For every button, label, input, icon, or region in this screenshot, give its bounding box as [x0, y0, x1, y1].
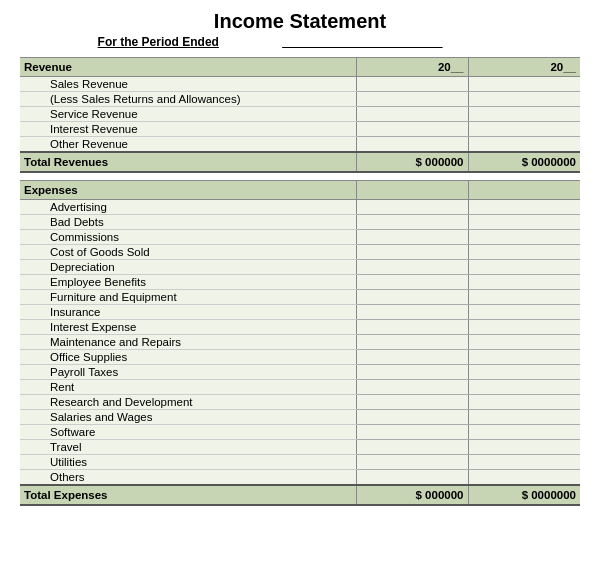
- total-expenses-row: Total Expenses $ 000000 $ 0000000: [20, 485, 580, 505]
- year2-header: 20__: [468, 58, 580, 77]
- expense-row-insurance: Insurance: [20, 304, 580, 319]
- total-expenses-val1: $ 000000: [356, 485, 468, 505]
- revenue-row-0: Sales Revenue: [20, 77, 580, 92]
- total-revenues-label: Total Revenues: [20, 152, 356, 172]
- revenue-label: Revenue: [20, 58, 356, 77]
- total-revenues-val2: $ 0000000: [468, 152, 580, 172]
- expense-row-interest: Interest Expense: [20, 319, 580, 334]
- expenses-header: Expenses: [20, 180, 580, 199]
- revenue-row-3: Interest Revenue: [20, 122, 580, 137]
- expense-row-advertising: Advertising: [20, 199, 580, 214]
- revenue-row-1: (Less Sales Returns and Allowances): [20, 92, 580, 107]
- expenses-label: Expenses: [20, 180, 356, 199]
- expense-row-cogs: Cost of Goods Sold: [20, 244, 580, 259]
- expense-row-travel: Travel: [20, 439, 580, 454]
- revenue-header: Revenue 20__ 20__: [20, 58, 580, 77]
- expense-row-software: Software: [20, 424, 580, 439]
- expense-row-rent: Rent: [20, 379, 580, 394]
- expense-row-others: Others: [20, 469, 580, 485]
- spacer: [20, 172, 580, 180]
- expense-row-payroll-taxes: Payroll Taxes: [20, 364, 580, 379]
- expense-row-maintenance: Maintenance and Repairs: [20, 334, 580, 349]
- expense-row-depreciation: Depreciation: [20, 259, 580, 274]
- total-expenses-val2: $ 0000000: [468, 485, 580, 505]
- year1-header: 20__: [356, 58, 468, 77]
- expense-row-utilities: Utilities: [20, 454, 580, 469]
- revenue-row-2: Service Revenue: [20, 107, 580, 122]
- expense-row-commissions: Commissions: [20, 229, 580, 244]
- total-expenses-label: Total Expenses: [20, 485, 356, 505]
- expense-row-furniture: Furniture and Equipment: [20, 289, 580, 304]
- page-title: Income Statement: [20, 10, 580, 33]
- revenue-row-4: Other Revenue: [20, 137, 580, 153]
- expense-row-office-supplies: Office Supplies: [20, 349, 580, 364]
- expense-row-research: Research and Development: [20, 394, 580, 409]
- total-revenues-row: Total Revenues $ 000000 $ 0000000: [20, 152, 580, 172]
- expense-row-bad-debts: Bad Debts: [20, 214, 580, 229]
- page-subtitle: For the Period Ended ___________________…: [20, 35, 580, 49]
- expense-row-employee-benefits: Employee Benefits: [20, 274, 580, 289]
- total-revenues-val1: $ 000000: [356, 152, 468, 172]
- expense-row-salaries: Salaries and Wages: [20, 409, 580, 424]
